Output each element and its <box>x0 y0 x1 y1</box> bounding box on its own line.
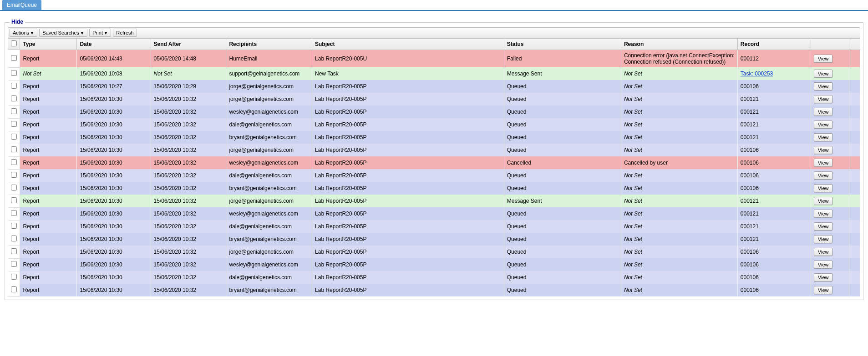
row-checkbox[interactable] <box>11 286 17 292</box>
view-button[interactable]: View <box>814 171 833 180</box>
saved-searches-button[interactable]: Saved Searches▼ <box>39 29 87 37</box>
table-row[interactable]: Report15/06/2020 10:3015/06/2020 10:32da… <box>8 118 860 131</box>
cell-recipients: dale@genialgenetics.com <box>226 271 312 284</box>
select-all-checkbox[interactable] <box>11 40 17 46</box>
cell-subject: Lab ReportR20-005P <box>312 156 504 169</box>
row-checkbox[interactable] <box>11 95 17 101</box>
cell-spacer <box>849 207 860 220</box>
cell-send-after: 15/06/2020 10:32 <box>151 233 226 246</box>
cell-subject: Lab ReportR20-005P <box>312 220 504 233</box>
table-row[interactable]: Report05/06/2020 14:4305/06/2020 14:48Hu… <box>8 50 860 68</box>
cell-date: 15/06/2020 10:30 <box>77 258 151 271</box>
row-checkbox[interactable] <box>11 108 17 114</box>
row-checkbox[interactable] <box>11 159 17 165</box>
column-status[interactable]: Status <box>504 39 621 50</box>
row-checkbox[interactable] <box>11 172 17 178</box>
column-recipients[interactable]: Recipients <box>226 39 312 50</box>
row-checkbox-cell <box>8 220 20 233</box>
view-button[interactable]: View <box>814 70 833 78</box>
table-row[interactable]: Report15/06/2020 10:3015/06/2020 10:32jo… <box>8 93 860 105</box>
view-button[interactable]: View <box>814 273 833 281</box>
table-row[interactable]: Report15/06/2020 10:3015/06/2020 10:32we… <box>8 156 860 169</box>
row-checkbox[interactable] <box>11 261 17 267</box>
record-link[interactable]: Task: 000253 <box>741 70 773 77</box>
row-checkbox[interactable] <box>11 121 17 127</box>
cell-date: 15/06/2020 10:30 <box>77 182 151 195</box>
column-subject[interactable]: Subject <box>312 39 504 50</box>
row-checkbox[interactable] <box>11 70 17 76</box>
view-button[interactable]: View <box>814 184 833 192</box>
table-row[interactable]: Report15/06/2020 10:3015/06/2020 10:32da… <box>8 271 860 284</box>
refresh-button[interactable]: Refresh <box>113 29 137 37</box>
column-send-after[interactable]: Send After <box>151 39 226 50</box>
table-row[interactable]: Not Set15/06/2020 10:08Not Setsupport@ge… <box>8 67 860 80</box>
view-button[interactable]: View <box>814 146 833 154</box>
cell-type: Report <box>20 80 77 93</box>
table-row[interactable]: Report15/06/2020 10:3015/06/2020 10:32jo… <box>8 195 860 207</box>
table-row[interactable]: Report15/06/2020 10:3015/06/2020 10:32jo… <box>8 246 860 258</box>
view-button[interactable]: View <box>814 159 833 167</box>
cell-spacer <box>849 131 860 144</box>
row-checkbox[interactable] <box>11 248 17 254</box>
row-checkbox[interactable] <box>11 274 17 280</box>
table-row[interactable]: Report15/06/2020 10:3015/06/2020 10:32we… <box>8 105 860 118</box>
table-row[interactable]: Report15/06/2020 10:3015/06/2020 10:32we… <box>8 207 860 220</box>
view-button[interactable]: View <box>814 286 833 294</box>
cell-recipients: support@geinalgenetics.com <box>226 67 312 80</box>
cell-view: View <box>811 284 849 296</box>
panel-toggle-hide[interactable]: Hide <box>10 19 25 25</box>
row-checkbox[interactable] <box>11 134 17 140</box>
cell-send-after: 15/06/2020 10:32 <box>151 169 226 182</box>
row-checkbox[interactable] <box>11 210 17 216</box>
view-button[interactable]: View <box>814 210 833 218</box>
table-row[interactable]: Report15/06/2020 10:3015/06/2020 10:32br… <box>8 284 860 296</box>
view-button[interactable]: View <box>814 197 833 205</box>
cell-send-after: 15/06/2020 10:32 <box>151 284 226 296</box>
row-checkbox[interactable] <box>11 146 17 152</box>
row-checkbox-cell <box>8 80 20 93</box>
view-button[interactable]: View <box>814 222 833 231</box>
cell-view: View <box>811 233 849 246</box>
cell-status: Queued <box>504 169 621 182</box>
view-button[interactable]: View <box>814 133 833 141</box>
cell-status: Cancelled <box>504 156 621 169</box>
view-button[interactable]: View <box>814 108 833 116</box>
column-record[interactable]: Record <box>737 39 811 50</box>
view-button[interactable]: View <box>814 55 833 63</box>
view-button[interactable]: View <box>814 82 833 90</box>
print-button[interactable]: Print▼ <box>89 29 111 37</box>
row-checkbox[interactable] <box>11 185 17 191</box>
row-checkbox-cell <box>8 246 20 258</box>
table-row[interactable]: Report15/06/2020 10:3015/06/2020 10:32da… <box>8 169 860 182</box>
cell-spacer <box>849 195 860 207</box>
table-row[interactable]: Report15/06/2020 10:3015/06/2020 10:32br… <box>8 131 860 144</box>
row-checkbox-cell <box>8 284 20 296</box>
row-checkbox[interactable] <box>11 197 17 203</box>
table-row[interactable]: Report15/06/2020 10:3015/06/2020 10:32da… <box>8 220 860 233</box>
table-row[interactable]: Report15/06/2020 10:2715/06/2020 10:29jo… <box>8 80 860 93</box>
table-row[interactable]: Report15/06/2020 10:3015/06/2020 10:32jo… <box>8 144 860 156</box>
row-checkbox[interactable] <box>11 223 17 229</box>
cell-spacer <box>849 144 860 156</box>
view-button[interactable]: View <box>814 120 833 129</box>
cell-date: 15/06/2020 10:30 <box>77 284 151 296</box>
row-checkbox-cell <box>8 144 20 156</box>
tab-emailqueue[interactable]: EmailQueue <box>2 0 41 10</box>
view-button[interactable]: View <box>814 235 833 243</box>
row-checkbox[interactable] <box>11 83 17 89</box>
table-row[interactable]: Report15/06/2020 10:3015/06/2020 10:32br… <box>8 233 860 246</box>
column-type[interactable]: Type <box>20 39 77 50</box>
cell-record: 000106 <box>737 144 811 156</box>
column-reason[interactable]: Reason <box>621 39 737 50</box>
email-queue-table: Type Date Send After Recipients Subject … <box>8 38 860 297</box>
view-button[interactable]: View <box>814 261 833 269</box>
view-button[interactable]: View <box>814 95 833 103</box>
column-date[interactable]: Date <box>77 39 151 50</box>
table-row[interactable]: Report15/06/2020 10:3015/06/2020 10:32we… <box>8 258 860 271</box>
row-checkbox[interactable] <box>11 236 17 241</box>
cell-status: Queued <box>504 233 621 246</box>
row-checkbox[interactable] <box>11 55 17 61</box>
table-row[interactable]: Report15/06/2020 10:3015/06/2020 10:32br… <box>8 182 860 195</box>
actions-button[interactable]: Actions▼ <box>10 29 37 37</box>
view-button[interactable]: View <box>814 248 833 256</box>
